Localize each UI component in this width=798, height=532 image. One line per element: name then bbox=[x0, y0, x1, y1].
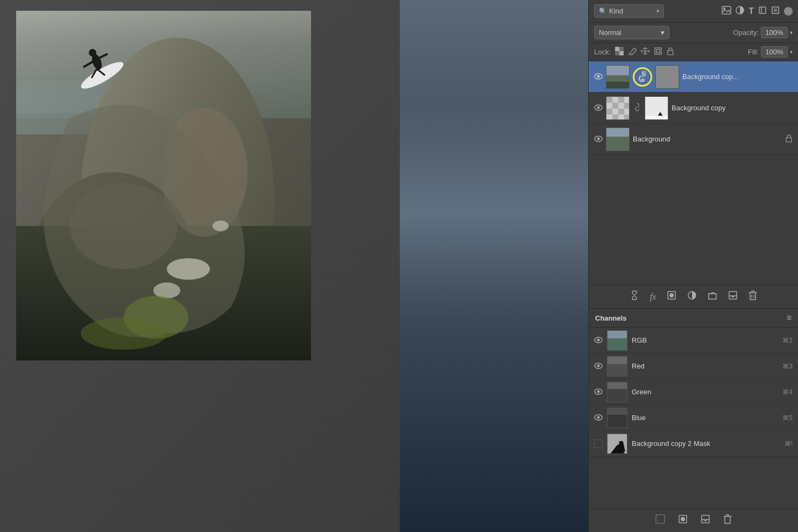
layer-visibility-toggle-1[interactable] bbox=[594, 73, 603, 81]
svg-rect-38 bbox=[606, 82, 630, 89]
svg-rect-45 bbox=[618, 97, 624, 103]
channel-shortcut-symbol-red: ⌘3 bbox=[782, 363, 793, 370]
channel-item-rgb[interactable]: RGB ⌘2 bbox=[589, 328, 798, 353]
layer-link-icon-2 bbox=[633, 102, 641, 114]
adjustment-type-icon[interactable] bbox=[736, 6, 744, 17]
channel-add-mask-icon[interactable] bbox=[678, 514, 688, 527]
channel-delete-icon[interactable] bbox=[723, 514, 732, 527]
layer-name-2: Background copy bbox=[672, 104, 793, 112]
channel-visibility-rgb[interactable] bbox=[594, 336, 603, 345]
add-group-icon[interactable] bbox=[708, 290, 717, 303]
lock-all-icon[interactable] bbox=[667, 47, 674, 57]
text-type-icon[interactable]: T bbox=[748, 6, 754, 16]
channel-thumbnail-red bbox=[607, 356, 627, 377]
add-mask-icon[interactable] bbox=[667, 290, 676, 303]
svg-point-85 bbox=[597, 416, 600, 418]
lock-row: Lock: bbox=[589, 43, 798, 61]
channel-visibility-mask-checkbox[interactable] bbox=[594, 439, 603, 448]
svg-rect-72 bbox=[608, 331, 627, 338]
svg-rect-83 bbox=[608, 389, 627, 402]
layer-visibility-toggle-3[interactable] bbox=[594, 135, 603, 144]
kind-dropdown[interactable]: 🔍 Kind ▾ bbox=[594, 4, 664, 18]
kind-arrow: ▾ bbox=[656, 8, 659, 14]
opacity-label: Opacity: bbox=[733, 29, 759, 37]
layer-name-1: Background cop... bbox=[682, 73, 793, 81]
layer-actions: fx bbox=[589, 285, 798, 309]
channel-thumbnail-green bbox=[607, 382, 627, 402]
svg-rect-49 bbox=[618, 109, 624, 115]
svg-point-20 bbox=[81, 317, 167, 350]
svg-rect-48 bbox=[606, 109, 612, 115]
effects-type-icon[interactable] bbox=[771, 6, 780, 17]
channel-item-mask[interactable]: Background copy 2 Mask ⌘\ bbox=[589, 431, 798, 457]
opacity-value[interactable]: 100% bbox=[761, 27, 788, 38]
layer-item-background-copy2[interactable]: Background cop... bbox=[589, 61, 798, 93]
canvas-area bbox=[0, 0, 588, 532]
channels-panel: Channels ≡ RGB ⌘2 bbox=[589, 309, 798, 532]
svg-point-75 bbox=[597, 364, 600, 367]
svg-rect-29 bbox=[615, 51, 619, 55]
lock-position-icon[interactable] bbox=[641, 47, 649, 57]
fill-arrow[interactable]: ▾ bbox=[790, 49, 793, 55]
channel-name-blue: Blue bbox=[632, 414, 778, 422]
svg-rect-94 bbox=[702, 515, 709, 523]
channels-header: Channels ≡ bbox=[589, 309, 798, 328]
svg-rect-44 bbox=[606, 97, 612, 103]
channel-visibility-green[interactable] bbox=[594, 388, 603, 396]
layer-name-3: Background bbox=[633, 135, 782, 143]
layer-item-background-copy[interactable]: Background copy bbox=[589, 93, 798, 124]
lock-artboard-icon[interactable] bbox=[654, 47, 662, 57]
layers-list[interactable]: Background cop... bbox=[589, 61, 798, 285]
lock-transparent-pixels-icon[interactable] bbox=[615, 47, 624, 57]
svg-point-93 bbox=[681, 517, 685, 521]
channel-item-blue[interactable]: Blue ⌘5 bbox=[589, 405, 798, 431]
layer-thumbnail-mask-1 bbox=[655, 65, 679, 89]
channel-name-mask: Background copy 2 Mask bbox=[632, 439, 780, 448]
layer-thumbnail-photo-3 bbox=[606, 127, 630, 151]
svg-rect-73 bbox=[608, 338, 627, 351]
layer-visibility-toggle-2[interactable] bbox=[594, 104, 603, 112]
blend-mode-dropdown[interactable]: Normal ▾ bbox=[594, 26, 669, 39]
svg-rect-30 bbox=[655, 48, 661, 54]
add-layer-style-icon[interactable]: fx bbox=[650, 292, 656, 302]
channel-visibility-blue[interactable] bbox=[594, 414, 603, 422]
channel-item-red[interactable]: Red ⌘3 bbox=[589, 353, 798, 379]
svg-point-63 bbox=[669, 293, 674, 297]
channel-item-green[interactable]: Green ⌘4 bbox=[589, 379, 798, 405]
delete-layer-icon[interactable] bbox=[748, 290, 757, 303]
layer-item-background[interactable]: Background bbox=[589, 124, 798, 155]
shape-type-icon[interactable] bbox=[758, 6, 767, 17]
svg-rect-88 bbox=[608, 415, 627, 428]
blend-mode-arrow: ▾ bbox=[661, 29, 665, 37]
layer-thumbnail-photo-2 bbox=[606, 96, 630, 120]
channel-new-icon[interactable] bbox=[701, 514, 710, 527]
lock-icons bbox=[615, 47, 674, 57]
opacity-arrow[interactable]: ▾ bbox=[790, 30, 793, 36]
channel-selection-to-mask-icon[interactable] bbox=[655, 514, 665, 527]
channel-thumbnail-mask bbox=[607, 434, 627, 454]
svg-rect-59 bbox=[606, 137, 630, 151]
svg-rect-26 bbox=[615, 47, 619, 51]
svg-rect-60 bbox=[786, 138, 792, 142]
channel-shortcut-mask: ⌘\ bbox=[785, 440, 793, 448]
fill-value[interactable]: 100% bbox=[761, 46, 788, 58]
svg-rect-32 bbox=[668, 51, 673, 55]
svg-point-14 bbox=[89, 49, 96, 56]
svg-point-70 bbox=[597, 338, 600, 341]
svg-point-56 bbox=[597, 137, 600, 140]
svg-rect-65 bbox=[729, 292, 737, 299]
channel-name-red: Red bbox=[632, 362, 778, 370]
channel-actions bbox=[589, 508, 798, 532]
image-type-icon[interactable] bbox=[722, 6, 731, 17]
channels-menu-icon[interactable]: ≡ bbox=[787, 313, 792, 323]
lock-image-pixels-icon[interactable] bbox=[628, 47, 637, 57]
layer-locked-icon-3 bbox=[785, 134, 793, 144]
add-adjustment-icon[interactable] bbox=[687, 290, 697, 303]
link-layers-icon[interactable] bbox=[630, 290, 639, 303]
channel-visibility-red[interactable] bbox=[594, 362, 603, 371]
channel-shortcut-rgb: ⌘2 bbox=[782, 337, 793, 344]
clip-to-below-icon[interactable] bbox=[728, 290, 738, 303]
svg-rect-36 bbox=[606, 66, 630, 75]
svg-rect-40 bbox=[656, 66, 679, 89]
layers-toolbar: 🔍 Kind ▾ T bbox=[589, 0, 798, 23]
